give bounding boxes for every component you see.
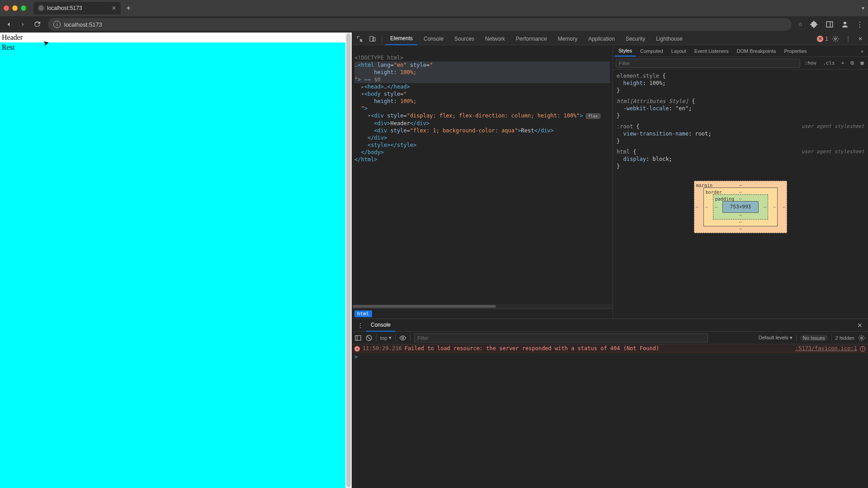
new-style-rule-icon[interactable]: +: [840, 60, 846, 66]
macos-maximize[interactable]: [21, 5, 26, 11]
clear-console-icon[interactable]: [365, 334, 373, 342]
error-badge[interactable]: ✕1: [817, 36, 828, 42]
subtab-eventlisteners[interactable]: Event Listeners: [691, 46, 732, 56]
live-expression-icon[interactable]: [399, 334, 406, 342]
drawer-tab-console[interactable]: Console: [366, 319, 395, 332]
page-rest-text: Rest: [0, 42, 345, 488]
console-error-row[interactable]: ✕ 11:50:29.216 Failed to load resource: …: [352, 344, 868, 353]
console-sidebar-icon[interactable]: [354, 334, 362, 342]
subtab-properties[interactable]: Properties: [780, 46, 810, 56]
tab-lighthouse[interactable]: Lighthouse: [651, 33, 687, 45]
back-button[interactable]: [5, 20, 13, 28]
tab-application[interactable]: Application: [584, 33, 619, 45]
reload-button[interactable]: [33, 20, 42, 28]
close-tab-icon[interactable]: ✕: [112, 5, 116, 11]
console-settings-icon[interactable]: [858, 334, 865, 342]
side-panel-icon[interactable]: [826, 20, 834, 28]
error-icon: ✕: [354, 346, 360, 352]
menu-icon[interactable]: ⋮: [856, 20, 863, 29]
subtab-dombreakpoints[interactable]: DOM Breakpoints: [733, 46, 780, 56]
tab-elements[interactable]: Elements: [386, 33, 417, 45]
bookmark-icon[interactable]: ☆: [798, 21, 803, 28]
console-filter-input[interactable]: [414, 333, 708, 343]
svg-rect-4: [355, 335, 361, 340]
cls-toggle[interactable]: .cls: [821, 60, 837, 66]
dom-scrollbar[interactable]: [352, 304, 613, 309]
svg-point-3: [835, 38, 836, 40]
context-selector[interactable]: top ▾: [380, 335, 392, 341]
svg-point-6: [402, 337, 404, 339]
address-bar[interactable]: i localhost:5173: [48, 18, 792, 31]
macos-close[interactable]: [4, 5, 9, 11]
styles-pane[interactable]: element.style { height: 100%; } html[Att…: [613, 70, 868, 319]
dom-breadcrumb[interactable]: html: [352, 309, 613, 319]
page-header-text: Header: [0, 33, 345, 42]
favicon-icon: ⦾: [38, 5, 44, 11]
tab-network[interactable]: Network: [481, 33, 509, 45]
subtab-layout[interactable]: Layout: [668, 46, 690, 56]
new-tab-button[interactable]: +: [126, 4, 130, 12]
close-drawer-icon[interactable]: ✕: [854, 322, 865, 329]
svg-point-0: [844, 22, 846, 24]
dom-tree[interactable]: <!DOCTYPE html> …<html lang="en" style="…: [352, 45, 613, 304]
kebab-icon[interactable]: ⋮: [843, 36, 854, 42]
browser-tab[interactable]: ⦾ localhost:5173 ✕: [33, 2, 121, 14]
flex-badge[interactable]: flex: [586, 113, 600, 119]
tab-title: localhost:5173: [47, 5, 82, 11]
forward-button: [19, 20, 27, 28]
tab-memory[interactable]: Memory: [553, 33, 582, 45]
computed-styles-icon[interactable]: ⧉: [849, 60, 856, 66]
subtab-styles[interactable]: Styles: [615, 46, 636, 56]
macos-minimize[interactable]: [12, 5, 18, 11]
close-devtools-icon[interactable]: ✕: [855, 36, 865, 42]
site-info-icon[interactable]: i: [53, 21, 61, 28]
box-model: margin – – – – border – – – –: [617, 174, 864, 242]
console-prompt[interactable]: >: [352, 353, 868, 361]
tab-performance[interactable]: Performance: [511, 33, 552, 45]
tab-security[interactable]: Security: [621, 33, 650, 45]
tab-console[interactable]: Console: [419, 33, 448, 45]
rendering-icon[interactable]: ▦: [859, 60, 865, 66]
styles-filter-input[interactable]: [616, 59, 800, 68]
log-levels-select[interactable]: Default levels ▾: [759, 335, 793, 341]
hov-toggle[interactable]: :hov: [803, 60, 819, 66]
extensions-icon[interactable]: [810, 20, 818, 28]
subtab-computed[interactable]: Computed: [637, 46, 667, 56]
svg-point-7: [861, 337, 863, 339]
page-scrollbar[interactable]: [345, 33, 352, 488]
address-text: localhost:5173: [64, 21, 102, 28]
info-icon: !: [860, 346, 865, 352]
no-issues-badge[interactable]: No Issues: [800, 335, 828, 341]
device-toggle-icon[interactable]: [367, 33, 378, 44]
rendered-page: Header Rest ➤: [0, 33, 345, 488]
drawer-kebab-icon[interactable]: ⋮: [354, 322, 366, 329]
styles-more-icon[interactable]: »: [858, 48, 866, 54]
settings-icon[interactable]: [830, 33, 841, 44]
inspect-icon[interactable]: [354, 33, 365, 44]
error-source-link[interactable]: :5173/favicon.ico:1: [795, 345, 857, 352]
hidden-count[interactable]: 2 hidden: [835, 335, 854, 341]
tab-sources[interactable]: Sources: [450, 33, 479, 45]
profile-icon[interactable]: [841, 20, 849, 28]
chevron-down-icon[interactable]: ▾: [862, 5, 864, 11]
